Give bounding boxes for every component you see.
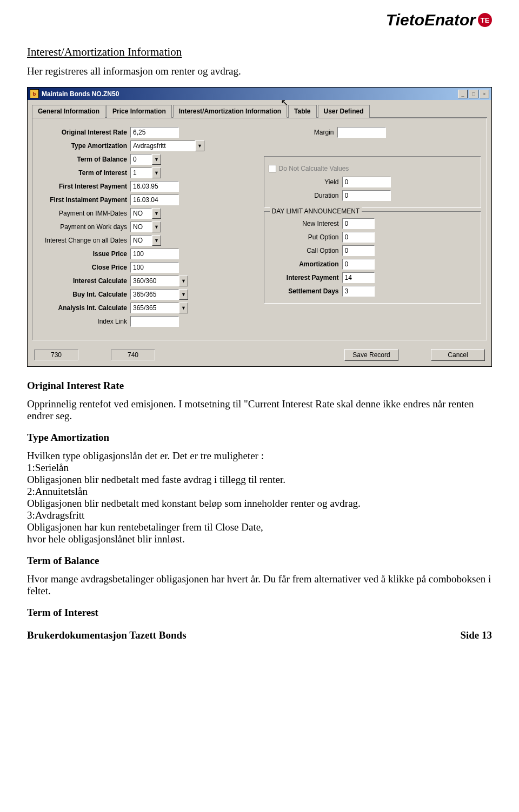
calc-values-group: Do Not Calcualte Values Yield0 Duration0 xyxy=(264,156,482,208)
window-title: Maintain Bonds NO.ZN50 xyxy=(42,90,119,98)
chevron-down-icon[interactable]: ▼ xyxy=(195,140,204,151)
chevron-down-icon[interactable]: ▼ xyxy=(179,276,188,286)
cancel-button[interactable]: Cancel xyxy=(431,349,485,361)
analysis-int-calculate-label: Analysis Int. Calculate xyxy=(38,304,130,312)
type-amortization-select[interactable]: Avdragsfritt xyxy=(130,140,195,151)
put-option-input[interactable]: 0 xyxy=(342,232,375,243)
tab-general-information[interactable]: General Information xyxy=(32,105,105,118)
tab-interest-amortization[interactable]: Interest/Amortization Information xyxy=(173,105,287,118)
close-price-label: Close Price xyxy=(38,264,130,271)
yield-label: Yield xyxy=(269,178,342,186)
index-link-label: Index Link xyxy=(38,318,130,325)
chevron-down-icon[interactable]: ▼ xyxy=(152,154,161,165)
settlement-days-label: Settlement Days xyxy=(269,287,342,295)
chevron-down-icon[interactable]: ▼ xyxy=(152,208,161,219)
amortization-input[interactable]: 0 xyxy=(342,259,375,270)
interest-change-on-all-dates-select[interactable]: NO xyxy=(130,235,152,246)
payment-on-imm-dates-label: Payment on IMM-Dates xyxy=(38,210,130,217)
status-740: 740 xyxy=(111,350,155,360)
type-amortization-option1-title: 1:Serielån xyxy=(27,462,492,474)
buy-int-calculate-select[interactable]: 365/365 xyxy=(130,289,179,300)
titlebar: b Maintain Bonds NO.ZN50 _ □ × xyxy=(28,88,491,100)
type-amortization-option1-body: Obligasjonen blir nedbetalt med faste av… xyxy=(27,474,492,486)
section-heading: Interest/Amortization Information xyxy=(27,45,492,59)
footer-right: Side 13 xyxy=(460,629,492,641)
type-amortization-option2-body: Obligasjonen blir nedbetalt med konstant… xyxy=(27,498,492,509)
term-of-balance-label: Term of Balance xyxy=(38,156,130,163)
payment-on-work-days-label: Payment on Work days xyxy=(38,223,130,231)
maximize-button[interactable]: □ xyxy=(469,90,478,98)
interest-payment-label: Interest Payment xyxy=(269,274,342,281)
type-amortization-option3-body1: Obligasjonen har kun rentebetalinger fre… xyxy=(27,521,492,533)
day-limit-legend: DAY LIMIT ANNOUNCEMENT xyxy=(270,207,362,215)
payment-on-imm-dates-select[interactable]: NO xyxy=(130,208,152,219)
put-option-label: Put Option xyxy=(269,233,342,241)
logo-badge: TE xyxy=(478,13,492,27)
issue-price-label: Issue Price xyxy=(38,250,130,258)
analysis-int-calculate-select[interactable]: 365/365 xyxy=(130,303,179,313)
tab-panel: Original Interest Rate6,25 Type Amortiza… xyxy=(32,118,487,340)
term-of-balance-heading: Term of Balance xyxy=(27,555,492,567)
chevron-down-icon[interactable]: ▼ xyxy=(179,303,188,313)
button-bar: 730 740 Save Record Cancel xyxy=(28,345,491,366)
status-730: 730 xyxy=(34,350,78,360)
day-limit-group: DAY LIMIT ANNOUNCEMENT New Interest0 Put… xyxy=(264,211,482,304)
app-icon: b xyxy=(30,89,39,98)
term-of-interest-select[interactable]: 1 xyxy=(130,167,152,178)
tab-table[interactable]: Table xyxy=(288,105,316,118)
interest-calculate-label: Interest Calculate xyxy=(38,277,130,285)
tab-price-information[interactable]: Price Information xyxy=(107,105,172,118)
interest-calculate-select[interactable]: 360/360 xyxy=(130,276,179,286)
original-interest-rate-input[interactable]: 6,25 xyxy=(130,127,179,138)
tab-strip: ↖ General Information Price Information … xyxy=(32,104,487,118)
minimize-button[interactable]: _ xyxy=(458,90,468,98)
close-button[interactable]: × xyxy=(480,90,489,98)
yield-input[interactable]: 0 xyxy=(342,177,391,187)
type-amortization-option3-title: 3:Avdragsfritt xyxy=(27,509,492,521)
chevron-down-icon[interactable]: ▼ xyxy=(152,167,161,178)
margin-label: Margin xyxy=(264,129,337,136)
save-record-button[interactable]: Save Record xyxy=(344,349,398,361)
duration-label: Duration xyxy=(269,192,342,199)
interest-change-on-all-dates-label: Interest Change on all Dates xyxy=(38,237,130,244)
chevron-down-icon[interactable]: ▼ xyxy=(152,235,161,246)
term-of-balance-body: Hvor mange avdragsbetalinger obligasjone… xyxy=(27,573,492,597)
new-interest-label: New Interest xyxy=(269,220,342,227)
footer-left: Brukerdokumentasjon Tazett Bonds xyxy=(27,629,187,641)
first-interest-payment-input[interactable]: 16.03.95 xyxy=(130,181,179,192)
app-window: b Maintain Bonds NO.ZN50 _ □ × ↖ General… xyxy=(27,87,492,367)
type-amortization-heading: Type Amortization xyxy=(27,432,492,444)
buy-int-calculate-label: Buy Int. Calculate xyxy=(38,291,130,298)
settlement-days-input[interactable]: 3 xyxy=(342,286,375,297)
tab-user-defined[interactable]: User Defined xyxy=(318,105,370,118)
chevron-down-icon[interactable]: ▼ xyxy=(179,289,188,300)
first-instalment-payment-label: First Instalment Payment xyxy=(38,196,130,204)
call-option-label: Call Option xyxy=(269,247,342,254)
payment-on-work-days-select[interactable]: NO xyxy=(130,222,152,232)
margin-input[interactable] xyxy=(337,127,386,138)
original-interest-rate-label: Original Interest Rate xyxy=(38,129,130,136)
type-amortization-label: Type Amortization xyxy=(38,142,130,150)
call-option-input[interactable]: 0 xyxy=(342,245,375,256)
do-not-calculate-label: Do Not Calcualte Values xyxy=(279,165,349,172)
new-interest-input[interactable]: 0 xyxy=(342,218,375,229)
duration-input[interactable]: 0 xyxy=(342,190,391,201)
chevron-down-icon[interactable]: ▼ xyxy=(152,222,161,232)
page-footer: Brukerdokumentasjon Tazett Bonds Side 13 xyxy=(27,629,492,641)
term-of-balance-select[interactable]: 0 xyxy=(130,154,152,165)
page-header: TietoEnator TE xyxy=(27,11,492,29)
issue-price-input[interactable]: 100 xyxy=(130,249,179,259)
interest-payment-input[interactable]: 14 xyxy=(342,272,375,283)
intro-text: Her registreres all informasjon om rente… xyxy=(27,65,492,77)
amortization-label: Amortization xyxy=(269,260,342,268)
index-link-input[interactable] xyxy=(130,316,179,327)
term-of-interest-label: Term of Interest xyxy=(38,169,130,177)
type-amortization-option2-title: 2:Annuitetslån xyxy=(27,486,492,498)
logo-text: TietoEnator xyxy=(386,11,476,29)
close-price-input[interactable]: 100 xyxy=(130,262,179,273)
term-of-interest-heading: Term of Interest xyxy=(27,607,492,619)
type-amortization-option3-body2: hvor hele obligasjonslånet blir innløst. xyxy=(27,533,492,545)
original-interest-rate-body: Opprinnelig rentefot ved emisjonen. I mo… xyxy=(27,398,492,422)
first-instalment-payment-input[interactable]: 16.03.04 xyxy=(130,194,179,205)
type-amortization-body-intro: Hvilken type obligasjonslån det er. Det … xyxy=(27,450,492,462)
